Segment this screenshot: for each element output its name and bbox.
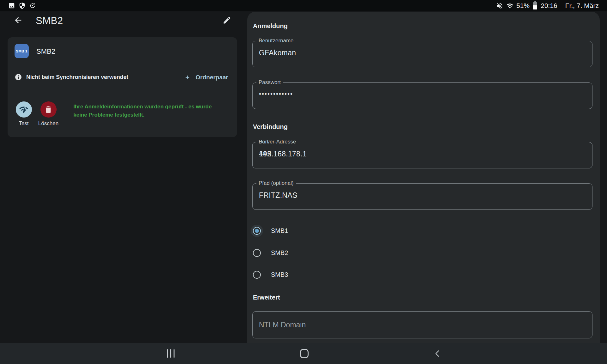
test-button[interactable]	[16, 101, 32, 118]
password-field[interactable]: Passwort ••••••••••••	[252, 79, 592, 109]
test-label: Test	[11, 120, 36, 127]
radio-smb2-label: SMB2	[271, 249, 288, 257]
section-connection: Verbindung	[253, 123, 288, 130]
username-field[interactable]: Benutzername GFAkoman	[252, 38, 592, 67]
ntlm-domain-field[interactable]: NTLM Domain	[252, 311, 592, 338]
account-name: SMB2	[36, 47, 55, 56]
username-label: Benutzername	[256, 38, 296, 44]
info-icon	[15, 73, 22, 81]
password-value: ••••••••••••	[259, 90, 592, 98]
radio-smb1[interactable]: SMB1	[253, 226, 288, 235]
screen: 51% 20:16 Fr., 7. März SMB2 SMB 1 SMB2 N…	[0, 0, 607, 364]
sync-status-row: Nicht beim Synchronisieren verwendet	[15, 73, 128, 81]
battery-icon	[533, 2, 537, 9]
path-value: FRITZ.NAS	[259, 191, 592, 200]
section-advanced: Erweitert	[253, 294, 280, 301]
status-indicators: 51% 20:16 Fr., 7. März	[496, 2, 599, 9]
sync-notification-icon	[29, 2, 36, 9]
path-label: Pfad (optional)	[256, 180, 296, 186]
volume-muted-icon	[496, 2, 503, 9]
add-folderpair-button[interactable]: Ordnerpaar	[184, 71, 228, 84]
date: Fr., 7. März	[565, 2, 599, 9]
radio-smb3[interactable]: SMB3	[253, 270, 288, 279]
path-field[interactable]: Pfad (optional) FRITZ.NAS	[252, 180, 592, 210]
validation-message: Ihre Anmeldeinformationen wurden geprüft…	[73, 103, 216, 119]
radio-smb1-label: SMB1	[271, 227, 288, 234]
notification-icons	[8, 2, 36, 9]
radio-icon	[253, 227, 261, 235]
smb-account-icon: SMB 1	[15, 44, 29, 58]
edit-button[interactable]	[223, 16, 231, 25]
recents-icon	[167, 349, 175, 358]
back-button[interactable]	[13, 15, 23, 25]
delete-action: Löschen	[36, 101, 61, 127]
sync-status-text: Nicht beim Synchronisieren verwendet	[26, 74, 128, 81]
recents-button[interactable]	[152, 343, 190, 364]
wifi-icon	[506, 2, 513, 9]
radio-icon	[253, 271, 261, 279]
plus-icon	[184, 74, 191, 81]
back-chevron-icon	[433, 349, 442, 358]
clock: 20:16	[541, 2, 557, 9]
account-settings-panel: Anmeldung Benutzername GFAkoman Passwort…	[247, 12, 600, 343]
port-value: 445	[259, 150, 592, 158]
username-value: GFAkoman	[259, 49, 592, 57]
home-button[interactable]	[285, 343, 323, 364]
navigation-bar	[0, 343, 607, 364]
ntlm-domain-placeholder: NTLM Domain	[259, 321, 306, 329]
test-action: Test	[11, 101, 36, 127]
shield-notification-icon	[19, 2, 26, 9]
battery-percent: 51%	[516, 2, 530, 9]
page-title: SMB2	[36, 15, 63, 27]
delete-button[interactable]	[40, 101, 57, 118]
delete-label: Löschen	[36, 120, 61, 127]
home-icon	[300, 349, 309, 358]
radio-smb2[interactable]: SMB2	[253, 248, 288, 257]
port-field[interactable]: Port 445	[252, 139, 592, 168]
radio-smb3-label: SMB3	[271, 271, 288, 278]
status-bar: 51% 20:16 Fr., 7. März	[0, 0, 607, 11]
account-card: SMB 1 SMB2 Nicht beim Synchronisieren ve…	[8, 37, 237, 137]
section-login: Anmeldung	[253, 22, 288, 30]
add-folderpair-label: Ordnerpaar	[196, 74, 228, 81]
nav-back-button[interactable]	[419, 343, 457, 364]
password-label: Passwort	[256, 79, 283, 86]
radio-icon	[253, 249, 261, 257]
image-notification-icon	[8, 2, 15, 9]
port-label: Port	[256, 139, 271, 145]
